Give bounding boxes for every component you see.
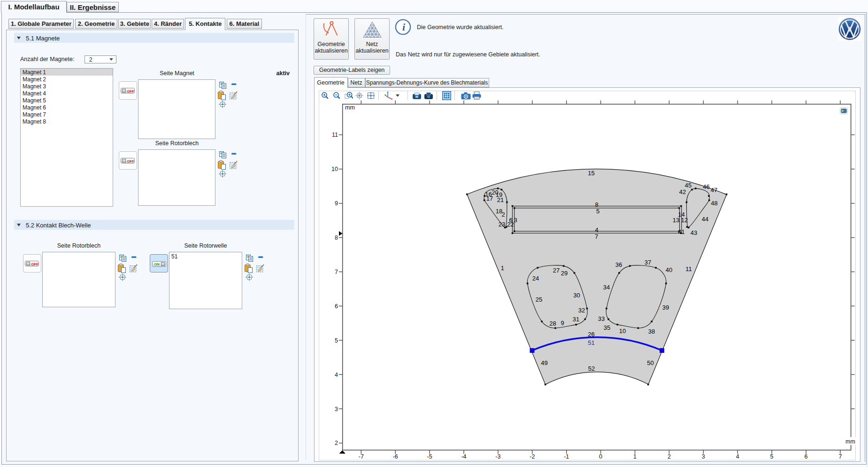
svg-text:8: 8 xyxy=(595,201,598,208)
svg-text:6: 6 xyxy=(805,453,808,460)
svg-text:33: 33 xyxy=(598,315,605,322)
svg-text:47: 47 xyxy=(711,187,717,194)
svg-text:50: 50 xyxy=(647,359,653,366)
svg-text:49: 49 xyxy=(541,359,547,366)
svg-text:1: 1 xyxy=(633,453,637,460)
svg-text:1: 1 xyxy=(501,265,504,272)
svg-text:mm: mm xyxy=(345,104,355,111)
svg-text:7: 7 xyxy=(335,269,338,275)
svg-text:4: 4 xyxy=(736,453,739,460)
svg-text:4: 4 xyxy=(335,372,338,378)
svg-text:31: 31 xyxy=(573,316,579,323)
svg-text:28: 28 xyxy=(549,320,556,327)
svg-text:52: 52 xyxy=(588,365,595,372)
svg-text:2: 2 xyxy=(501,211,505,218)
svg-text:43: 43 xyxy=(691,229,697,236)
svg-text:12: 12 xyxy=(681,217,688,224)
svg-text:6: 6 xyxy=(335,303,338,310)
svg-text:-1: -1 xyxy=(564,453,569,460)
svg-text:22: 22 xyxy=(507,221,514,228)
svg-text:23: 23 xyxy=(499,221,505,228)
svg-text:-3: -3 xyxy=(495,453,500,460)
svg-text:3: 3 xyxy=(335,406,338,413)
svg-text:40: 40 xyxy=(666,266,672,273)
svg-text:17: 17 xyxy=(486,195,493,202)
svg-text:10: 10 xyxy=(331,166,338,172)
svg-text:3: 3 xyxy=(514,217,517,224)
svg-text:34: 34 xyxy=(603,284,610,291)
svg-text:-4: -4 xyxy=(461,453,466,460)
svg-text:-7: -7 xyxy=(359,453,364,460)
svg-text:0: 0 xyxy=(599,453,602,460)
svg-text:2: 2 xyxy=(335,440,338,446)
svg-text:42: 42 xyxy=(679,188,686,195)
svg-text:13: 13 xyxy=(673,217,679,224)
svg-text:41: 41 xyxy=(678,228,684,235)
svg-text:-6: -6 xyxy=(393,453,398,460)
svg-text:15: 15 xyxy=(588,170,594,177)
svg-text:24: 24 xyxy=(532,275,539,282)
svg-text:25: 25 xyxy=(536,296,542,303)
svg-text:35: 35 xyxy=(604,324,610,331)
svg-text:9: 9 xyxy=(561,319,564,327)
svg-text:mm: mm xyxy=(845,438,855,445)
svg-text:29: 29 xyxy=(561,270,568,277)
svg-text:38: 38 xyxy=(648,328,655,335)
svg-text:-5: -5 xyxy=(427,453,432,460)
svg-text:5: 5 xyxy=(335,337,338,344)
svg-text:36: 36 xyxy=(615,261,622,268)
svg-text:21: 21 xyxy=(497,196,504,203)
svg-text:i: i xyxy=(402,21,406,33)
svg-text:7: 7 xyxy=(838,453,842,460)
svg-text:11: 11 xyxy=(685,265,692,272)
svg-text:46: 46 xyxy=(703,183,709,190)
svg-text:10: 10 xyxy=(619,327,626,335)
svg-text:26: 26 xyxy=(588,331,594,338)
svg-text:3: 3 xyxy=(702,453,705,460)
svg-text:7: 7 xyxy=(595,233,598,240)
svg-text:51: 51 xyxy=(588,339,594,346)
svg-text:30: 30 xyxy=(573,292,580,299)
svg-text:27: 27 xyxy=(553,267,560,274)
svg-text:45: 45 xyxy=(685,182,691,189)
svg-text:48: 48 xyxy=(711,200,717,207)
svg-text:2: 2 xyxy=(668,453,671,460)
svg-text:5: 5 xyxy=(770,453,774,460)
svg-text:9: 9 xyxy=(335,200,338,207)
svg-text:39: 39 xyxy=(662,304,669,311)
svg-text:5: 5 xyxy=(596,208,599,215)
svg-text:-2: -2 xyxy=(530,453,535,460)
svg-text:8: 8 xyxy=(335,234,338,241)
svg-text:44: 44 xyxy=(702,216,708,223)
svg-text:11: 11 xyxy=(332,132,338,138)
svg-text:37: 37 xyxy=(645,259,651,266)
svg-text:32: 32 xyxy=(578,307,585,314)
